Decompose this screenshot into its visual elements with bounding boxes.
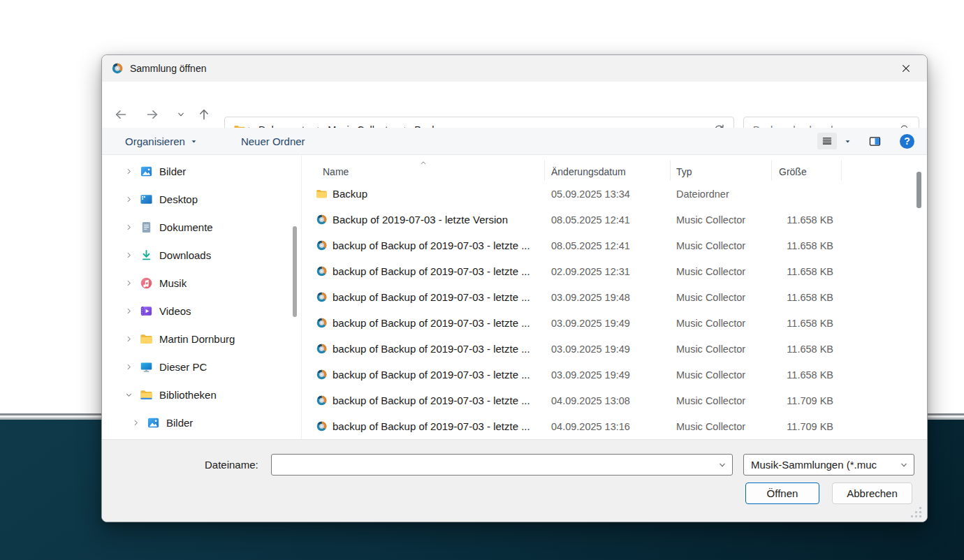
chevron-right-icon[interactable] — [125, 363, 133, 371]
libraries-icon — [140, 388, 153, 401]
file-row[interactable]: backup of Backup of 2019-07-03 - letzte … — [302, 388, 927, 413]
filename-dropdown-chevron-icon[interactable] — [718, 461, 726, 469]
chevron-down-icon[interactable] — [125, 391, 133, 399]
file-name: Backup of 2019-07-03 - letzte Version — [333, 214, 508, 226]
new-folder-label: Neuer Ordner — [241, 135, 305, 147]
file-row[interactable]: backup of Backup of 2019-07-03 - letzte … — [302, 336, 927, 362]
file-name-cell: backup of Backup of 2019-07-03 - letzte … — [302, 291, 545, 303]
documents-icon — [140, 221, 153, 234]
chevron-right-icon[interactable] — [125, 168, 133, 175]
sidebar-item-bilder-child[interactable]: Bilder — [102, 408, 301, 436]
file-name-cell: backup of Backup of 2019-07-03 - letzte … — [302, 265, 545, 277]
file-row[interactable]: backup of Backup of 2019-07-03 - letzte … — [302, 362, 927, 388]
new-folder-button[interactable]: Neuer Ordner — [241, 135, 305, 147]
command-toolbar: Organisieren Neuer Ordner ? — [102, 128, 927, 155]
preview-pane-icon[interactable] — [868, 135, 882, 148]
file-row[interactable]: backup of Backup of 2019-07-03 - letzte … — [302, 413, 927, 439]
file-name: backup of Backup of 2019-07-03 - letzte … — [333, 420, 530, 432]
filetype-value: Musik-Sammlungen (*.muc — [751, 459, 877, 471]
filename-input[interactable] — [279, 458, 718, 471]
file-name-cell: backup of Backup of 2019-07-03 - letzte … — [302, 395, 545, 406]
sidebar-item-downloads[interactable]: Downloads — [102, 241, 301, 269]
sidebar-item-musik[interactable]: Musik — [102, 269, 301, 297]
forward-icon[interactable] — [140, 103, 164, 126]
file-modified: 08.05.2025 12:41 — [545, 214, 671, 226]
file-type: Music Collector — [671, 266, 772, 277]
up-icon[interactable] — [192, 103, 216, 126]
column-header-name[interactable]: Name — [302, 160, 545, 181]
column-header-gr-e[interactable]: Größe — [772, 160, 842, 181]
file-type: Music Collector — [671, 421, 772, 432]
sidebar-item-martin-dornburg[interactable]: Martin Dornburg — [102, 325, 301, 353]
file-name-cell: backup of Backup of 2019-07-03 - letzte … — [302, 240, 545, 251]
folder-icon — [316, 188, 328, 200]
file-type: Music Collector — [671, 344, 772, 355]
sidebar-item-bilder[interactable]: Bilder — [102, 157, 301, 185]
desktop-icon — [140, 193, 153, 206]
file-row[interactable]: backup of Backup of 2019-07-03 - letzte … — [302, 258, 927, 284]
file-type: Music Collector — [671, 395, 772, 406]
file-type: Music Collector — [671, 369, 772, 381]
list-view-icon[interactable] — [817, 133, 837, 149]
file-type: Music Collector — [671, 292, 772, 303]
recent-locations-chevron-icon[interactable] — [169, 103, 193, 126]
help-icon[interactable]: ? — [900, 134, 914, 149]
titlebar[interactable]: Sammlung öffnen — [102, 55, 927, 82]
sidebar-scrollbar[interactable] — [293, 226, 297, 317]
file-row[interactable]: backup of Backup of 2019-07-03 - letzte … — [302, 233, 927, 258]
cancel-button[interactable]: Abbrechen — [832, 482, 912, 504]
file-row[interactable]: backup of Backup of 2019-07-03 - letzte … — [302, 284, 927, 310]
chevron-right-icon[interactable] — [125, 307, 133, 315]
file-name-cell: backup of Backup of 2019-07-03 - letzte … — [302, 343, 545, 355]
file-list-pane: NameÄnderungsdatumTypGröße Backup05.09.2… — [301, 155, 927, 439]
chevron-right-icon[interactable] — [125, 279, 133, 287]
chevron-right-icon[interactable] — [125, 196, 133, 203]
organize-button[interactable]: Organisieren — [125, 135, 198, 147]
sidebar-item-dieser-pc[interactable]: Dieser PC — [102, 353, 301, 381]
chevron-right-icon[interactable] — [125, 223, 133, 231]
file-row[interactable]: backup of Backup of 2019-07-03 - letzte … — [302, 310, 927, 336]
filetype-select[interactable]: Musik-Sammlungen (*.muc — [743, 454, 914, 476]
file-modified: 05.09.2025 13:34 — [545, 189, 671, 200]
organize-dropdown-icon — [190, 138, 198, 145]
chevron-right-icon[interactable] — [125, 335, 133, 343]
sidebar-item-bibliotheken[interactable]: Bibliotheken — [102, 381, 301, 408]
file-modified: 08.05.2025 12:41 — [545, 240, 671, 251]
close-icon[interactable] — [894, 58, 918, 79]
sidebar-item-desktop[interactable]: Desktop — [102, 185, 301, 213]
file-size: 11.658 KB — [772, 318, 842, 329]
file-size: 11.658 KB — [772, 344, 842, 355]
sidebar-item-dokumente[interactable]: Dokumente — [102, 213, 301, 241]
file-name: backup of Backup of 2019-07-03 - letzte … — [333, 291, 530, 303]
back-icon[interactable] — [109, 103, 133, 126]
sidebar-item-videos[interactable]: Videos — [102, 297, 301, 325]
dialog-title: Sammlung öffnen — [130, 63, 206, 74]
view-dropdown-chevron-icon[interactable] — [844, 138, 852, 145]
file-modified: 03.09.2025 19:49 — [545, 318, 671, 329]
pictures-icon — [147, 416, 160, 429]
folder-icon — [140, 332, 153, 346]
file-row[interactable]: Backup05.09.2025 13:34Dateiordner — [302, 181, 927, 207]
chevron-right-icon[interactable] — [125, 251, 133, 259]
resize-grip-icon[interactable] — [911, 507, 922, 518]
sort-ascending-icon — [419, 159, 428, 167]
filetype-dropdown-chevron-icon — [900, 461, 908, 469]
music-collector-file-icon — [316, 420, 328, 432]
file-name: backup of Backup of 2019-07-03 - letzte … — [333, 317, 530, 329]
dialog-footer: Dateiname: Musik-Sammlungen (*.muc Öffne… — [102, 439, 927, 522]
file-row[interactable]: Backup of 2019-07-03 - letzte Version08.… — [302, 207, 927, 233]
column-header-nderungsdatum[interactable]: Änderungsdatum — [545, 160, 671, 181]
downloads-icon — [140, 249, 153, 262]
column-header-typ[interactable]: Typ — [671, 160, 772, 181]
file-modified: 04.09.2025 13:16 — [545, 421, 671, 432]
open-collection-dialog: Sammlung öffnen DokumenteMusic Collector… — [101, 54, 928, 522]
column-header-label: Typ — [676, 166, 692, 177]
open-button[interactable]: Öffnen — [745, 482, 819, 504]
chevron-right-icon[interactable] — [132, 419, 140, 427]
music-collector-file-icon — [316, 395, 328, 406]
file-size: 11.658 KB — [772, 266, 842, 277]
file-name: backup of Backup of 2019-07-03 - letzte … — [333, 265, 530, 277]
column-header-label: Änderungsdatum — [551, 166, 626, 177]
file-size: 11.658 KB — [772, 292, 842, 303]
file-list-scrollbar[interactable] — [916, 172, 921, 208]
